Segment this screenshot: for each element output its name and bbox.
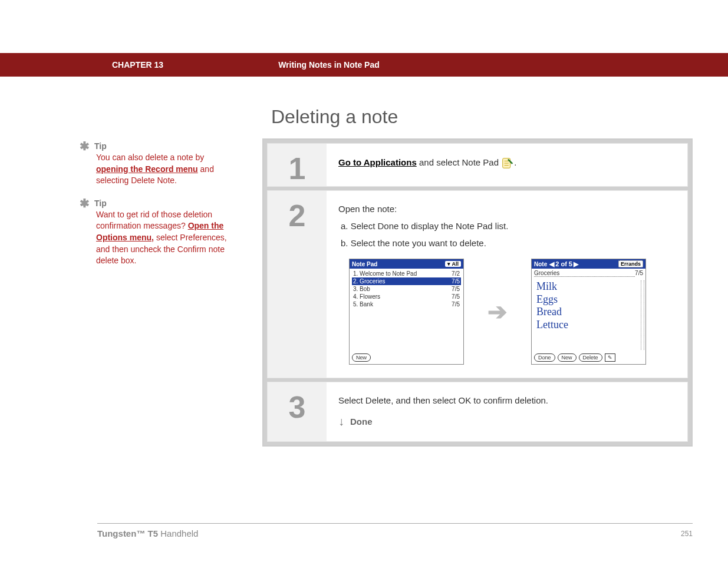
new-button: New: [558, 353, 577, 362]
done-button: Done: [534, 353, 555, 362]
new-button: New: [352, 353, 371, 362]
pen-icon: ✎: [605, 353, 615, 362]
section-label: Writing Notes in Note Pad: [278, 60, 380, 70]
step-number-cell: 2: [268, 191, 327, 378]
done-arrow-icon: ↓: [338, 415, 344, 428]
notepad-icon: [501, 157, 514, 170]
step-number-cell: 1: [268, 144, 327, 186]
step-row: 1 Go to Applications and select Note Pad…: [267, 143, 688, 187]
screen-title: Note Pad: [352, 261, 377, 267]
step-text: Select Delete, and then select OK to con…: [338, 395, 676, 405]
step-substep-b: b. Select the note you want to delete.: [341, 238, 676, 248]
list-item: 1. Welcome to Note Pad7/2: [352, 270, 461, 277]
list-item: 3. Bob7/5: [352, 285, 461, 293]
notepad-list-screenshot: Note Pad ▾ All 1. Welcome to Note Pad7/2…: [349, 259, 464, 365]
step-body: Go to Applications and select Note Pad .: [327, 144, 687, 186]
handwriting-line: Eggs: [536, 293, 641, 306]
scrollbar: [641, 280, 644, 350]
tip-body: You can also delete a note by opening th…: [96, 152, 233, 187]
note-date: 7/5: [635, 270, 643, 277]
tip-text-pre: You can also delete a note by: [96, 153, 204, 162]
step-row: 2 Open the note: a. Select Done to displ…: [267, 190, 688, 378]
step-number: 2: [289, 198, 306, 233]
list-item: 2. Groceries7/5: [352, 277, 461, 285]
step-period: .: [514, 157, 516, 167]
tip-block: ✱ Tip Want to get rid of those deletion …: [80, 199, 233, 267]
step-intro: Open the note:: [338, 204, 676, 214]
chapter-header: CHAPTER 13 Writing Notes in Note Pad: [0, 53, 728, 77]
steps-panel: 1 Go to Applications and select Note Pad…: [262, 138, 693, 447]
page-title: Deleting a note: [271, 106, 398, 128]
step-body: Open the note: a. Select Done to display…: [327, 191, 687, 378]
tip-label: Tip: [94, 199, 107, 208]
step-substep-a: a. Select Done to display the Note Pad l…: [341, 221, 676, 231]
list-item: 4. Flowers7/5: [352, 293, 461, 300]
delete-button: Delete: [579, 353, 602, 362]
step-body: Select Delete, and then select OK to con…: [327, 382, 687, 441]
category-badge: Errands: [618, 260, 643, 267]
note-name: Groceries: [534, 270, 635, 277]
notepad-note-screenshot: Note ◀ 2 of 5 ▶ Errands Groceries 7/5 Mi…: [531, 259, 646, 365]
tip-block: ✱ Tip You can also delete a note by open…: [80, 141, 233, 187]
list-item: 5. Bank7/5: [352, 300, 461, 308]
note-list: 1. Welcome to Note Pad7/2 2. Groceries7/…: [350, 269, 463, 309]
chapter-label: CHAPTER 13: [112, 60, 163, 70]
tip-link[interactable]: opening the Record menu: [96, 164, 198, 174]
page-footer: Tungsten™ T5 Handheld 251: [97, 523, 693, 538]
handwriting-line: Bread: [536, 306, 641, 319]
done-label: Done: [350, 416, 373, 427]
tips-sidebar: ✱ Tip You can also delete a note by open…: [80, 141, 233, 279]
screenshots-row: Note Pad ▾ All 1. Welcome to Note Pad7/2…: [349, 259, 676, 365]
page-number: 251: [681, 530, 693, 538]
nav-arrows: ◀ 2 of 5 ▶: [549, 260, 578, 268]
product-name: Tungsten™ T5 Handheld: [97, 528, 198, 538]
tip-icon: ✱: [80, 199, 90, 208]
tip-body: Want to get rid of those deletion confir…: [96, 209, 233, 267]
step-number: 3: [289, 389, 306, 425]
note-canvas: Milk Eggs Bread Lettuce: [532, 278, 645, 333]
handwriting-line: Lettuce: [536, 319, 641, 332]
category-dropdown: ▾ All: [445, 261, 461, 267]
handwriting-line: Milk: [536, 280, 641, 293]
step-number-cell: 3: [268, 382, 327, 441]
step-row: 3 Select Delete, and then select OK to c…: [267, 382, 688, 442]
screen-title: Note: [534, 261, 547, 267]
go-to-applications-link[interactable]: Go to Applications: [338, 157, 417, 167]
step-text: and select Note Pad: [417, 157, 501, 167]
arrow-right-icon: ➔: [487, 298, 508, 325]
tip-label: Tip: [94, 141, 107, 151]
tip-icon: ✱: [80, 141, 90, 151]
step-number: 1: [289, 151, 306, 186]
